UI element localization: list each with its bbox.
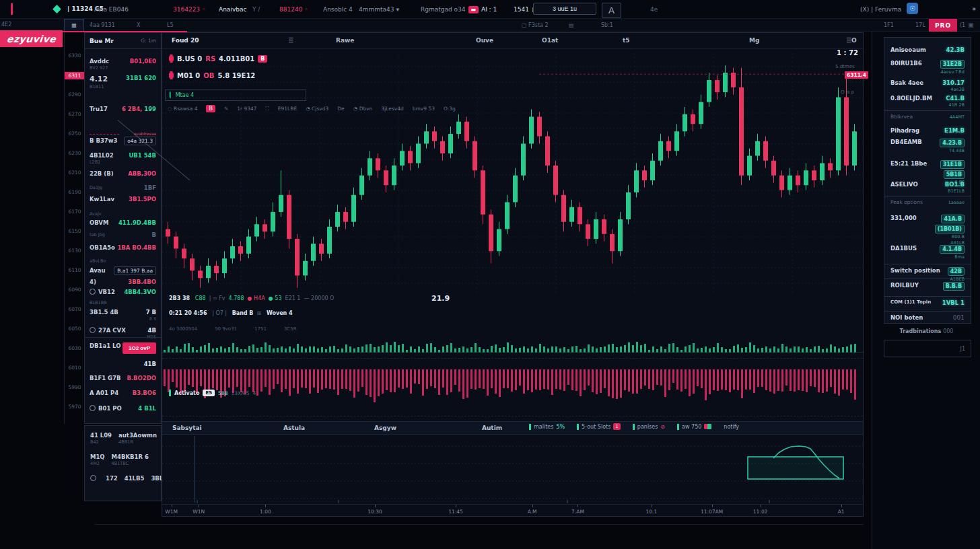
workspace-item-0[interactable]: 4aa 9131	[90, 22, 115, 28]
right-value-sub: 4ae3B	[942, 87, 965, 92]
workspace-item-1[interactable]: X	[137, 22, 140, 28]
chart-header-item-3[interactable]: Ouve	[476, 37, 493, 44]
chip-color-bar	[529, 424, 531, 430]
ladder-price-3: 6270	[65, 111, 85, 117]
right-value-badge: 42B	[948, 267, 965, 276]
watch-row-left: A A01 P4	[90, 390, 118, 396]
topbar-item-1[interactable]: 3164223 ◦	[173, 6, 205, 13]
bottom-tab-1[interactable]: Astula	[283, 425, 305, 431]
chart-header-item-1[interactable]: ☰	[288, 37, 293, 44]
topbar-item-8[interactable]: Al : 1	[481, 6, 497, 13]
bottom-filter-chips: malites5%5-out Slots1panlses⊘aw 750notif…	[529, 423, 739, 430]
pro-badge[interactable]: PRO	[929, 19, 957, 32]
indicator-bar[interactable]: 0:21 20 4:56 | O7 | Band B ⊞ Woven 4	[169, 310, 293, 316]
watch-row-left: Avau	[90, 267, 106, 274]
topbar-item-6[interactable]: 4mmmta43 ▾	[359, 6, 399, 13]
filter-chip-0[interactable]: malites5%	[529, 424, 565, 430]
watch-value: B3.BO6	[133, 390, 156, 396]
topbar-item-2[interactable]: Anaivbac	[219, 6, 246, 13]
watch-header-title: Bue Mr	[90, 38, 114, 44]
order-button[interactable]: 3 uuE 1u	[533, 3, 596, 15]
watch-label: OB1A5o	[90, 244, 115, 251]
right-input-box[interactable]: |1	[884, 340, 971, 357]
right-value-sub: Bma	[940, 254, 965, 260]
watch-row: AvddcBV2 927B01,0E0	[90, 58, 156, 71]
right-row: Aniseoaum42.3B	[890, 46, 965, 53]
indicator-values-bar: 4o 300050450 9vo3117513C5R	[169, 326, 314, 332]
watch-row: A A01 P4B3.BO6	[90, 390, 156, 396]
mode-button[interactable]: A	[602, 3, 621, 18]
time-label-5: A.M	[528, 509, 537, 515]
workspace-right-2[interactable]: Sb:1	[601, 22, 613, 28]
watch-value: B01,0E0	[130, 58, 156, 65]
watch-row: 22B (B)ABB,30O	[90, 170, 156, 177]
chart-header-item-0[interactable]: Foud 20	[172, 37, 199, 44]
watch-label-sub: B1B11	[90, 84, 108, 89]
chart-header-item-7[interactable]: ☰O	[846, 37, 857, 44]
indicator-value-3: 4	[253, 390, 256, 396]
watch-label: 22B (B)	[90, 170, 114, 177]
watch-row[interactable]: 27A CVX4BM1S	[90, 327, 156, 340]
right-row: DA1BUS4.1.4BBma	[890, 245, 965, 260]
bottom-tab-0[interactable]: Sabsytai	[172, 425, 202, 431]
volume-label-row[interactable]: Activato E5 588 13XA/5 4	[169, 390, 256, 396]
topbar-item-4[interactable]: 881240 ◦	[279, 6, 308, 13]
watch-value: 7 B	[146, 309, 156, 316]
watch-row[interactable]: VB124BB4.3VO	[90, 289, 156, 295]
instrument-icon	[90, 327, 96, 333]
right-row[interactable]: Switch position42BA1BEB	[890, 267, 965, 282]
candlestick-chart[interactable]	[162, 53, 864, 293]
chart-header-item-5[interactable]: t5	[623, 37, 630, 44]
topbar-item-0[interactable]: Avia EB046	[94, 6, 129, 13]
right-value: 001	[953, 314, 965, 321]
brand-logo[interactable]: ezyuvive	[0, 30, 63, 47]
chart-header-item-6[interactable]: Mg	[749, 37, 759, 44]
camera-icon[interactable]: ▣	[968, 22, 974, 28]
right-value: BO1.B	[945, 181, 965, 188]
watch-header-mode[interactable]: G: 1m	[141, 38, 156, 44]
bottom-sub-chart[interactable]	[162, 435, 864, 504]
right-label: Switch position	[890, 267, 940, 274]
instrument-icon	[90, 475, 96, 481]
right-value-sub: 4aeuv.T.Rd	[940, 69, 965, 75]
filter-chip-3[interactable]: aw 750	[677, 424, 711, 430]
filter-chip-2[interactable]: panlses⊘	[633, 424, 665, 430]
watch-value: 3BB.4BO	[128, 279, 156, 285]
watch-value-box: B.a1 397 B.aa	[114, 266, 156, 275]
right-row: PihadragE1M.B	[890, 127, 965, 134]
bottom-tab-3[interactable]: Autim	[482, 425, 502, 431]
right-code-2: 17L	[915, 22, 925, 28]
watch-row[interactable]: DB1a1 LO1O2 ovP	[90, 342, 156, 354]
chart-header-item-4[interactable]: O1at	[542, 37, 558, 44]
filter-chip-4[interactable]: notify	[724, 424, 739, 430]
right-label: DB4EAMB	[890, 139, 922, 145]
topbar-item-5[interactable]: Ansoblc 4	[323, 6, 353, 13]
bottom-tab-2[interactable]: Asgyw	[374, 425, 396, 431]
right-value: 42.3B	[946, 46, 965, 53]
filter-chip-1[interactable]: 5-out Slots1	[577, 423, 621, 430]
workspace-right-1[interactable]: ▤	[569, 22, 574, 28]
chart-container: Foud 20☰RaweOuveO1att5Mg☰O B.US 0 RS 4.0…	[162, 32, 864, 517]
right-label: Bblkrvea	[890, 114, 913, 120]
workspace-right-0[interactable]: ▢ F3sta 2	[522, 22, 549, 28]
watch-row[interactable]: B01 PO4 B1L	[90, 405, 156, 412]
topbar-item-3[interactable]: Y /	[252, 6, 260, 13]
sell-button[interactable]: 1O2 ovP	[123, 342, 156, 354]
summary-row[interactable]: 17241LB53BL	[85, 469, 161, 484]
watch-value: B.BO2DO	[127, 375, 156, 381]
summary-col1: 172	[106, 475, 118, 482]
active-workspace-tab[interactable]: ▦	[64, 19, 84, 32]
summary-row[interactable]: 41 L09B42aut3Aowmn4BB1R	[85, 426, 161, 447]
workspace-item-2[interactable]: L5	[167, 22, 174, 28]
topbar-item-7[interactable]: Rgmatgad o34▬	[421, 6, 479, 13]
summary-row[interactable]: M1Q4M2M4BKB1R 64B1TBC	[85, 447, 161, 469]
watch-row: 3B1.5 4B7 B8 3	[90, 309, 156, 322]
ladder-price-15: 6030	[65, 345, 85, 351]
globe-icon[interactable]: ☉	[907, 3, 918, 14]
chart-header-item-2[interactable]: Rawe	[336, 37, 354, 44]
right-label: Pihadrag	[890, 127, 919, 134]
gear-icon[interactable]: ✴	[971, 5, 977, 13]
misc-label: 4e	[650, 6, 658, 13]
right-label: NOI boten	[890, 314, 923, 321]
price-ladder[interactable]: 6330631162906270625062306210619061706150…	[64, 32, 84, 424]
